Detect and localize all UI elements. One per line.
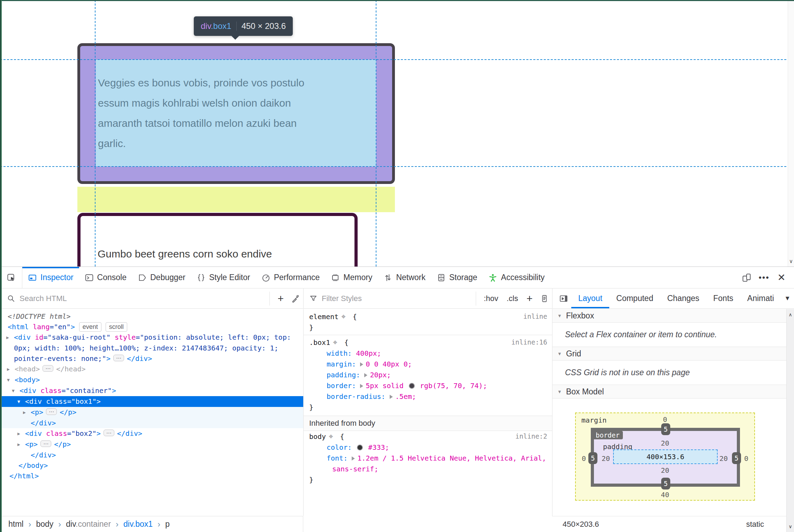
pick-element-button[interactable] <box>0 267 22 288</box>
twisty-icon[interactable]: ▶ <box>23 407 31 418</box>
box-model-section-header[interactable]: ▼ Box Model <box>552 385 794 399</box>
css-rule-line[interactable]: .box1⌖ {inline:16 <box>304 337 552 348</box>
css-rule-line[interactable]: border: 5px solid rgb(75, 70, 74); <box>304 380 552 391</box>
breadcrumb-item[interactable]: div.box1 <box>123 519 153 529</box>
css-rule-line[interactable]: font: 1.2em / 1.5 Helvetica Neue, Helvet… <box>304 453 552 464</box>
flexbox-section-header[interactable]: ▼ Flexbox <box>552 309 794 323</box>
highlight-selector-icon[interactable]: ⌖ <box>330 338 340 347</box>
css-rule-line[interactable]: } <box>304 402 552 413</box>
event-badge[interactable]: scroll <box>106 322 127 332</box>
add-rule-button[interactable]: + <box>522 293 537 304</box>
scroll-down-icon[interactable]: ∨ <box>787 524 794 529</box>
tab-performance[interactable]: Performance <box>256 267 326 288</box>
markup-row[interactable]: </html> <box>0 471 303 481</box>
twisty-icon[interactable]: ▼ <box>17 396 25 407</box>
devtools-close-button[interactable]: ✕ <box>774 270 789 285</box>
markup-row[interactable]: ▶<div class="box2">⋯</div> <box>0 428 303 439</box>
css-rule-line[interactable]: } <box>304 322 552 333</box>
breadcrumb-item[interactable]: body <box>36 519 53 529</box>
grid-section-header[interactable]: ▼ Grid <box>552 347 794 361</box>
twisty-icon[interactable]: ▶ <box>17 429 25 439</box>
filter-styles-input[interactable] <box>322 294 454 303</box>
tab-console[interactable]: Console <box>79 267 132 288</box>
search-input[interactable] <box>20 294 215 303</box>
inline-ellipsis-icon[interactable]: ⋯ <box>43 365 53 372</box>
border-left-value[interactable]: 5 <box>588 452 597 464</box>
highlight-selector-icon[interactable]: ⌖ <box>326 432 336 441</box>
twisty-icon[interactable]: ▼ <box>12 386 20 396</box>
sidebar-tab-changes[interactable]: Changes <box>660 288 706 308</box>
box-model-diagram[interactable]: margin 0 border padding 5 20 400×153.6 0… <box>575 413 755 501</box>
markup-row[interactable]: ▼<div class="container"> <box>0 385 303 396</box>
page-scrollbar[interactable]: ∨ <box>788 0 794 267</box>
markup-row-selected[interactable]: ▼<div class="box1"> <box>0 396 303 407</box>
markup-row[interactable]: </div> <box>0 450 303 460</box>
css-rule-line[interactable]: body⌖ {inline:2 <box>304 431 552 442</box>
css-rule-line[interactable]: } <box>304 475 552 485</box>
margin-bottom-value[interactable]: 40 <box>576 491 754 499</box>
css-rule-line[interactable]: sans-serif; <box>304 464 552 475</box>
highlight-selector-icon[interactable]: ⌖ <box>338 312 348 321</box>
sidebar-tab-animations[interactable]: Animati <box>740 288 781 308</box>
scroll-down-icon[interactable]: ∨ <box>788 258 794 264</box>
sidebar-tab-fonts[interactable]: Fonts <box>706 288 740 308</box>
css-rule-line[interactable]: border-radius: .5em; <box>304 391 552 402</box>
markup-row[interactable]: ▼<body> <box>0 375 303 385</box>
print-media-button[interactable] <box>537 291 552 306</box>
inline-ellipsis-icon[interactable]: ⋯ <box>40 440 51 447</box>
inline-ellipsis-icon[interactable]: ⋯ <box>46 408 57 415</box>
markup-row[interactable]: 0px; width: 100%; height…100%; z-index: … <box>0 343 303 353</box>
padding-right-value[interactable]: 20 <box>717 454 730 463</box>
event-badge[interactable]: event <box>79 322 101 332</box>
css-rule-line[interactable]: color: #333; <box>304 442 552 453</box>
expand-arrow-icon[interactable] <box>352 456 355 461</box>
sidebar-tab-layout[interactable]: Layout <box>571 288 609 308</box>
twisty-icon[interactable]: ▶ <box>17 439 25 450</box>
markup-row[interactable]: ▶<p>⋯</p> <box>0 407 303 418</box>
sidebar-tab-computed[interactable]: Computed <box>609 288 660 308</box>
eyedropper-button[interactable] <box>288 291 303 306</box>
markup-row[interactable]: <html lang="en">eventscroll <box>0 322 303 332</box>
border-right-value[interactable]: 5 <box>732 452 741 464</box>
tab-inspector[interactable]: Inspector <box>22 267 79 288</box>
border-bottom-value[interactable]: 5 <box>661 478 670 489</box>
sidebar-toggle-button[interactable] <box>556 291 571 306</box>
rule-source-link[interactable]: inline:16 <box>511 337 547 348</box>
expand-arrow-icon[interactable] <box>360 362 363 367</box>
css-rule-line[interactable]: element⌖ {inline <box>304 311 552 322</box>
twisty-icon[interactable]: ▼ <box>7 375 15 385</box>
expand-arrow-icon[interactable] <box>364 373 367 377</box>
responsive-design-mode-button[interactable] <box>739 270 754 285</box>
css-rule-line[interactable]: margin: 0 0 40px 0; <box>304 359 552 370</box>
sidebar-tabs-overflow-button[interactable]: ▼ <box>782 288 793 308</box>
breadcrumb-item[interactable]: div.container <box>66 519 111 529</box>
css-rule-line[interactable]: padding: 20px; <box>304 370 552 380</box>
devtools-menu-button[interactable]: ••• <box>756 270 772 285</box>
twisty-icon[interactable]: ▶ <box>7 364 15 375</box>
markup-row[interactable]: </div> <box>0 418 303 428</box>
markup-row[interactable]: </body> <box>0 460 303 471</box>
css-rule-line[interactable]: width: 400px; <box>304 348 552 359</box>
scroll-up-icon[interactable]: ∧ <box>787 312 794 317</box>
twisty-icon[interactable]: ▶ <box>6 332 14 343</box>
markup-panel[interactable]: <!DOCTYPE html><html lang="en">eventscro… <box>0 309 303 516</box>
expand-arrow-icon[interactable] <box>390 395 393 399</box>
breadcrumb-item[interactable]: html <box>8 519 23 529</box>
padding-bottom-value[interactable]: 20 <box>576 466 754 475</box>
toggle-pseudo-class-button[interactable]: :hov <box>480 294 503 303</box>
tab-storage[interactable]: Storage <box>431 267 483 288</box>
markup-row[interactable]: pointer-events: none;">⋯</div> <box>0 353 303 364</box>
markup-row[interactable]: ▶<div id="saka-gui-root" style="position… <box>0 332 303 343</box>
margin-top-value[interactable]: 0 <box>576 415 754 424</box>
color-swatch[interactable] <box>409 383 415 389</box>
rule-source-link[interactable]: inline:2 <box>515 431 547 442</box>
inline-ellipsis-icon[interactable]: ⋯ <box>104 430 114 436</box>
padding-top-value[interactable]: 20 <box>576 439 754 447</box>
markup-row[interactable]: ▶<p>⋯</p> <box>0 439 303 450</box>
breadcrumb-item[interactable]: p <box>165 519 170 529</box>
markup-row[interactable]: <!DOCTYPE html> <box>0 311 303 322</box>
margin-left-value[interactable]: 0 <box>579 454 589 463</box>
markup-row[interactable]: ▶<head>⋯</head> <box>0 364 303 375</box>
rule-source-link[interactable]: inline <box>523 311 547 322</box>
expand-arrow-icon[interactable] <box>360 384 363 388</box>
